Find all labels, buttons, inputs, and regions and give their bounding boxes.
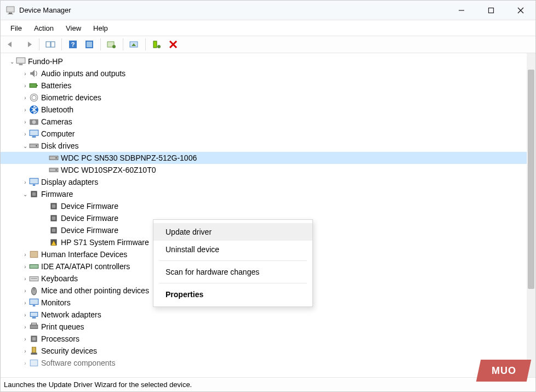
tree-item-bluetooth[interactable]: › Bluetooth bbox=[1, 104, 527, 116]
toolbar-separator bbox=[39, 38, 39, 50]
tree-item-firmware-child[interactable]: Device Firmware bbox=[1, 200, 527, 212]
svg-rect-30 bbox=[32, 137, 36, 138]
tree-item-software[interactable]: › Software components bbox=[1, 357, 527, 369]
chevron-right-icon[interactable]: › bbox=[21, 251, 29, 258]
tree-label: WDC WD10SPZX-60Z10T0 bbox=[61, 166, 156, 174]
ctx-properties[interactable]: Properties bbox=[153, 286, 312, 303]
tree-item-network[interactable]: › Network adapters bbox=[1, 309, 527, 321]
svg-point-36 bbox=[55, 169, 57, 171]
svg-rect-48 bbox=[30, 251, 38, 257]
speaker-icon bbox=[29, 69, 39, 78]
tree-label: HP S71 System Firmware bbox=[61, 238, 149, 247]
svg-rect-63 bbox=[31, 353, 37, 354]
chip-icon bbox=[49, 213, 59, 223]
chevron-right-icon[interactable]: › bbox=[21, 335, 29, 343]
tree-item-cameras[interactable]: › Cameras bbox=[1, 116, 527, 128]
svg-rect-22 bbox=[30, 84, 36, 88]
hid-icon bbox=[29, 249, 39, 259]
device-tree[interactable]: ⌄ Fundo-HP › Audio inputs and outputs › … bbox=[1, 53, 527, 377]
window-controls bbox=[447, 1, 535, 20]
tree-label: Disk drives bbox=[41, 141, 78, 150]
chevron-right-icon[interactable]: › bbox=[21, 178, 29, 186]
chevron-right-icon[interactable]: › bbox=[21, 82, 29, 89]
menubar: File Action View Help bbox=[1, 20, 535, 36]
svg-rect-4 bbox=[489, 8, 494, 13]
chevron-right-icon[interactable]: › bbox=[21, 118, 29, 126]
minimize-button[interactable] bbox=[447, 1, 476, 20]
tree-item-biometric[interactable]: › Biometric devices bbox=[1, 92, 527, 104]
svg-rect-55 bbox=[33, 305, 36, 306]
chevron-right-icon[interactable]: › bbox=[21, 106, 29, 113]
back-button[interactable] bbox=[4, 37, 19, 52]
tree-item-audio[interactable]: › Audio inputs and outputs bbox=[1, 67, 527, 79]
chip-warning-icon bbox=[49, 237, 59, 247]
ctx-update-driver[interactable]: Update driver bbox=[153, 223, 312, 241]
chevron-right-icon[interactable]: › bbox=[21, 263, 29, 270]
menu-action[interactable]: Action bbox=[28, 22, 59, 35]
menu-file[interactable]: File bbox=[5, 22, 27, 35]
vertical-scrollbar[interactable] bbox=[527, 53, 535, 377]
menu-view[interactable]: View bbox=[60, 22, 87, 35]
svg-rect-57 bbox=[32, 317, 36, 319]
svg-rect-20 bbox=[16, 58, 25, 63]
update-driver-button[interactable] bbox=[127, 37, 142, 52]
chevron-down-icon[interactable]: ⌄ bbox=[21, 190, 29, 198]
tree-item-processors[interactable]: › Processors bbox=[1, 333, 527, 345]
security-icon bbox=[29, 346, 39, 356]
tree-item-batteries[interactable]: › Batteries bbox=[1, 79, 527, 92]
expander-empty bbox=[41, 154, 49, 162]
tree-label: Human Interface Devices bbox=[41, 250, 127, 259]
chevron-right-icon[interactable]: › bbox=[21, 311, 29, 319]
chevron-right-icon[interactable]: › bbox=[21, 130, 29, 138]
close-button[interactable] bbox=[506, 1, 535, 20]
battery-icon bbox=[29, 81, 39, 90]
svg-rect-23 bbox=[37, 85, 38, 86]
svg-rect-40 bbox=[32, 192, 36, 196]
show-hide-console-tree-button[interactable] bbox=[43, 37, 58, 52]
tree-item-disk-drives[interactable]: ⌄ Disk drives bbox=[1, 140, 527, 152]
ctx-scan-hardware[interactable]: Scan for hardware changes bbox=[153, 263, 312, 281]
svg-rect-37 bbox=[30, 178, 38, 184]
tree-item-firmware[interactable]: ⌄ Firmware bbox=[1, 188, 527, 200]
window-title: Device Manager bbox=[19, 6, 71, 14]
scan-hardware-button[interactable] bbox=[104, 37, 119, 52]
device-manager-icon bbox=[6, 6, 15, 15]
forward-button[interactable] bbox=[20, 37, 36, 52]
chevron-right-icon[interactable]: › bbox=[21, 287, 29, 294]
uninstall-device-button[interactable] bbox=[149, 37, 164, 52]
tree-label: Audio inputs and outputs bbox=[41, 69, 126, 78]
chevron-right-icon[interactable]: › bbox=[21, 347, 29, 355]
chevron-down-icon[interactable]: ⌄ bbox=[8, 58, 16, 65]
menu-help[interactable]: Help bbox=[88, 22, 113, 35]
tree-item-computer[interactable]: › Computer bbox=[1, 128, 527, 140]
computer-icon bbox=[16, 56, 26, 66]
tree-label: Cameras bbox=[41, 117, 72, 126]
toolbar-separator bbox=[145, 38, 146, 50]
maximize-button[interactable] bbox=[476, 1, 506, 20]
chevron-right-icon[interactable]: › bbox=[21, 275, 29, 282]
chevron-right-icon[interactable]: › bbox=[21, 94, 29, 101]
chevron-down-icon[interactable]: ⌄ bbox=[21, 142, 29, 150]
tree-item-display[interactable]: › Display adapters bbox=[1, 176, 527, 188]
chevron-right-icon[interactable]: › bbox=[21, 359, 29, 367]
action-button[interactable] bbox=[82, 37, 97, 52]
monitor-icon bbox=[29, 298, 39, 308]
chevron-right-icon[interactable]: › bbox=[21, 299, 29, 306]
keyboard-icon bbox=[29, 274, 39, 283]
tree-label: Batteries bbox=[41, 81, 71, 90]
disable-device-button[interactable] bbox=[166, 37, 181, 52]
tree-label: Bluetooth bbox=[41, 105, 73, 114]
toolbar-separator bbox=[61, 38, 62, 50]
chevron-right-icon[interactable]: › bbox=[21, 323, 29, 331]
chevron-right-icon[interactable]: › bbox=[21, 70, 29, 77]
tree-item-disk-child-selected[interactable]: WDC PC SN530 SDBPNPZ-512G-1006 bbox=[1, 152, 527, 164]
tree-root[interactable]: ⌄ Fundo-HP bbox=[1, 55, 527, 67]
ctx-uninstall-device[interactable]: Uninstall device bbox=[153, 241, 312, 258]
scrollbar-thumb[interactable] bbox=[528, 70, 534, 289]
help-button[interactable]: ? bbox=[65, 37, 81, 52]
tree-item-disk-child[interactable]: WDC WD10SPZX-60Z10T0 bbox=[1, 164, 527, 176]
main-content: ⌄ Fundo-HP › Audio inputs and outputs › … bbox=[1, 53, 535, 377]
tree-item-print[interactable]: › Print queues bbox=[1, 321, 527, 333]
tree-item-security[interactable]: › Security devices bbox=[1, 345, 527, 357]
tree-label: Keyboards bbox=[41, 274, 78, 283]
